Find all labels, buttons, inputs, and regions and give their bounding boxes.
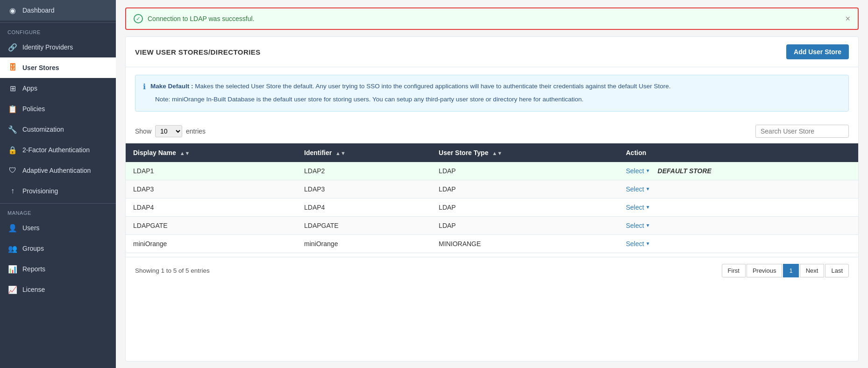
groups-icon: 👥 — [7, 243, 18, 254]
add-user-store-button[interactable]: Add User Store — [786, 44, 849, 59]
sidebar-item-label: User Stores — [22, 64, 59, 71]
table-row: LDAP1LDAP2LDAPSelect ▼DEFAULT STORE — [126, 162, 858, 180]
info-box-note: Note: miniOrange In-Built Database is th… — [143, 95, 841, 104]
sidebar-item-customization[interactable]: 🔧 Customization — [0, 119, 116, 140]
cell-action: Select ▼ — [619, 216, 858, 234]
cell-user-store-type: MINIORANGE — [431, 234, 619, 253]
cell-display-name: LDAP1 — [126, 162, 297, 180]
sidebar-item-users[interactable]: 👤 Users — [0, 218, 116, 238]
entries-select[interactable]: 10 25 50 100 — [155, 125, 182, 137]
next-page-button[interactable]: Next — [800, 264, 825, 277]
success-check-icon: ✓ — [134, 14, 143, 23]
adaptive-auth-icon: 🛡 — [7, 165, 18, 176]
success-banner-left: ✓ Connection to LDAP was successful. — [134, 14, 255, 23]
info-box-row: ℹ Make Default : Makes the selected User… — [143, 82, 841, 91]
info-box-desc: Makes the selected User Store the defaul… — [193, 83, 671, 90]
sidebar-item-user-stores[interactable]: 🗄 User Stores — [0, 57, 116, 78]
sidebar-item-label: Reports — [22, 265, 45, 273]
info-box-main-text: Make Default : Makes the selected User S… — [150, 82, 671, 91]
user-stores-icon: 🗄 — [7, 63, 18, 73]
select-link[interactable]: Select ▼ — [626, 185, 650, 193]
cell-display-name: LDAPGATE — [126, 216, 297, 234]
sidebar-item-adaptive-auth[interactable]: 🛡 Adaptive Authentication — [0, 160, 116, 181]
sidebar-item-reports[interactable]: 📊 Reports — [0, 259, 116, 279]
sidebar-item-identity-providers[interactable]: 🔗 Identity Providers — [0, 37, 116, 57]
cell-user-store-type: LDAP — [431, 216, 619, 234]
sort-display-name-icon[interactable]: ▲▼ — [180, 150, 190, 156]
provisioning-icon: ↑ — [7, 186, 18, 196]
sidebar-item-label: Groups — [22, 245, 44, 252]
sidebar-item-label: Customization — [22, 126, 64, 133]
first-page-button[interactable]: First — [722, 264, 746, 277]
cell-identifier: LDAPGATE — [297, 216, 431, 234]
previous-page-button[interactable]: Previous — [747, 264, 783, 277]
select-link[interactable]: Select ▼ — [626, 222, 650, 229]
sidebar-item-label: Identity Providers — [22, 43, 73, 51]
sort-identifier-icon[interactable]: ▲▼ — [335, 150, 346, 156]
sidebar-item-dashboard[interactable]: ◉ Dashboard — [0, 0, 116, 21]
sort-type-icon[interactable]: ▲▼ — [492, 150, 502, 156]
cell-action: Select ▼ — [619, 180, 858, 198]
table-row: LDAPGATELDAPGATELDAPSelect ▼ — [126, 216, 858, 234]
col-user-store-type: User Store Type ▲▼ — [431, 143, 619, 162]
sidebar-item-apps[interactable]: ⊞ Apps — [0, 78, 116, 99]
table-header-row: Display Name ▲▼ Identifier ▲▼ User Store… — [126, 143, 858, 162]
policies-icon: 📋 — [7, 104, 18, 114]
cell-identifier: LDAP4 — [297, 198, 431, 216]
cell-identifier: miniOrange — [297, 234, 431, 253]
table-row: LDAP3LDAP3LDAPSelect ▼ — [126, 180, 858, 198]
select-link[interactable]: Select ▼ — [626, 167, 650, 175]
cell-action: Select ▼ — [619, 198, 858, 216]
select-link[interactable]: Select ▼ — [626, 204, 650, 211]
cell-identifier: LDAP3 — [297, 180, 431, 198]
select-link[interactable]: Select ▼ — [626, 240, 650, 248]
default-store-badge: DEFAULT STORE — [658, 167, 711, 175]
make-default-bold: Make Default : — [150, 83, 193, 90]
show-entries: Show 10 25 50 100 entries — [135, 125, 206, 137]
cell-action: Select ▼ — [619, 234, 858, 253]
success-banner: ✓ Connection to LDAP was successful. × — [125, 7, 859, 30]
2fa-icon: 🔒 — [7, 145, 18, 155]
page-1-button[interactable]: 1 — [783, 264, 798, 277]
pagination: First Previous 1 Next Last — [722, 264, 849, 277]
table-controls: Show 10 25 50 100 entries — [126, 119, 858, 143]
sidebar-item-policies[interactable]: 📋 Policies — [0, 99, 116, 119]
close-banner-button[interactable]: × — [845, 14, 850, 23]
table-row: miniOrangeminiOrangeMINIORANGESelect ▼ — [126, 234, 858, 253]
manage-section-label: Manage — [0, 205, 116, 218]
search-user-store-input[interactable] — [755, 125, 849, 138]
sidebar-item-provisioning[interactable]: ↑ Provisioning — [0, 181, 116, 201]
sidebar-item-label: Provisioning — [22, 187, 58, 195]
main-content: ✓ Connection to LDAP was successful. × V… — [116, 0, 868, 368]
table-row: LDAP4LDAP4LDAPSelect ▼ — [126, 198, 858, 216]
configure-section-label: Configure — [0, 25, 116, 37]
sidebar-item-groups[interactable]: 👥 Groups — [0, 238, 116, 259]
cell-user-store-type: LDAP — [431, 180, 619, 198]
page-header: VIEW USER STORES/DIRECTORIES Add User St… — [126, 37, 858, 67]
cell-display-name: miniOrange — [126, 234, 297, 253]
info-box: ℹ Make Default : Makes the selected User… — [135, 75, 849, 112]
cell-action: Select ▼DEFAULT STORE — [619, 162, 858, 180]
identity-providers-icon: 🔗 — [7, 42, 18, 52]
dashboard-icon: ◉ — [7, 5, 18, 15]
sidebar-item-license[interactable]: 📈 License — [0, 279, 116, 300]
reports-icon: 📊 — [7, 264, 18, 274]
customization-icon: 🔧 — [7, 124, 18, 134]
cell-display-name: LDAP3 — [126, 180, 297, 198]
last-page-button[interactable]: Last — [825, 264, 849, 277]
license-icon: 📈 — [7, 284, 18, 295]
content-card: VIEW USER STORES/DIRECTORIES Add User St… — [125, 36, 859, 361]
users-icon: 👤 — [7, 223, 18, 233]
cell-identifier: LDAP2 — [297, 162, 431, 180]
col-display-name: Display Name ▲▼ — [126, 143, 297, 162]
cell-user-store-type: LDAP — [431, 198, 619, 216]
showing-text: Showing 1 to 5 of 5 entries — [135, 267, 210, 274]
entries-label: entries — [186, 127, 206, 135]
user-stores-table: Display Name ▲▼ Identifier ▲▼ User Store… — [126, 143, 858, 253]
cell-display-name: LDAP4 — [126, 198, 297, 216]
sidebar-item-label: Users — [22, 224, 40, 232]
sidebar-item-label: Policies — [22, 105, 45, 113]
sidebar-item-2fa[interactable]: 🔒 2-Factor Authentication — [0, 140, 116, 160]
sidebar: ◉ Dashboard Configure 🔗 Identity Provide… — [0, 0, 116, 368]
sidebar-item-label: License — [22, 286, 45, 293]
